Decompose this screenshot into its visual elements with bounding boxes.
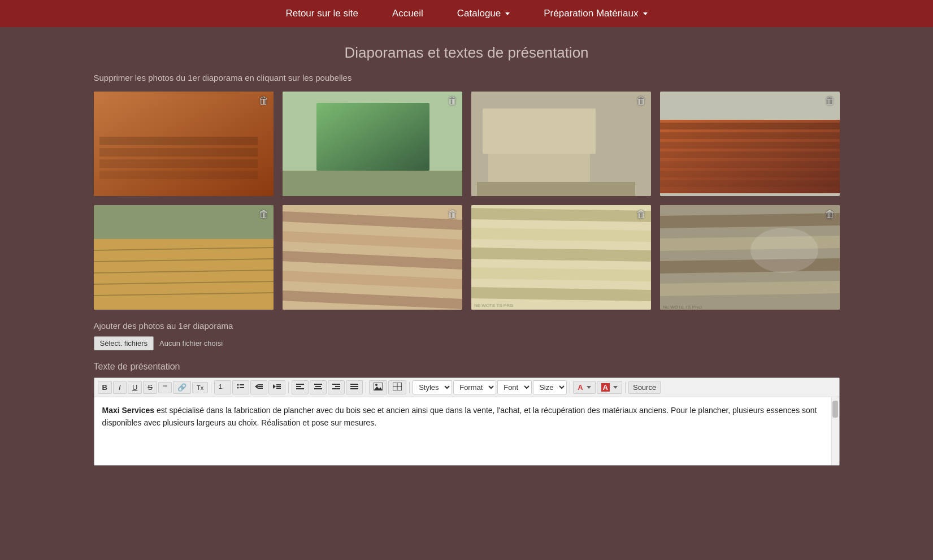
svg-rect-18: [660, 161, 840, 168]
svg-rect-10: [488, 154, 590, 182]
svg-text:NE WOTE TS PRG: NE WOTE TS PRG: [474, 303, 513, 308]
separator-2: [288, 382, 289, 393]
svg-line-29: [283, 216, 462, 225]
svg-marker-53: [255, 384, 258, 389]
font-color-button[interactable]: A: [573, 381, 595, 394]
delete-icon-8[interactable]: 🗑: [825, 209, 835, 220]
svg-rect-65: [315, 386, 321, 387]
delete-icon-3[interactable]: 🗑: [636, 95, 646, 107]
separator-5: [570, 382, 570, 393]
photo-cell-3: 🗑: [471, 92, 651, 196]
photo-cell-5: 🗑: [94, 205, 274, 310]
editor-bold-text: Maxi Services: [102, 406, 155, 415]
indent-decrease-button[interactable]: [250, 380, 267, 394]
nav-accueil[interactable]: Accueil: [392, 8, 423, 19]
unordered-list-button[interactable]: [232, 380, 249, 394]
align-left-button[interactable]: [292, 380, 309, 394]
delete-icon-5[interactable]: 🗑: [259, 209, 269, 220]
nav-catalogue[interactable]: Catalogue: [457, 8, 510, 19]
insert-table-button[interactable]: [388, 380, 406, 394]
photo-image-5: [94, 205, 274, 310]
photo-image-3: [471, 92, 651, 196]
size-select[interactable]: Size: [533, 380, 567, 394]
svg-line-25: [94, 270, 274, 273]
svg-point-74: [375, 384, 377, 386]
svg-rect-6: [316, 103, 429, 171]
svg-marker-75: [374, 387, 383, 390]
delete-icon-2[interactable]: 🗑: [448, 95, 458, 107]
insert-image-button[interactable]: [369, 380, 387, 394]
svg-point-46: [750, 228, 818, 273]
svg-rect-63: [296, 388, 304, 389]
delete-icon-7[interactable]: 🗑: [636, 209, 646, 220]
svg-rect-56: [258, 388, 263, 389]
photo-grid-row2: 🗑 🗑: [94, 205, 840, 310]
svg-rect-7: [283, 171, 462, 196]
align-right-button[interactable]: [328, 380, 345, 394]
align-justify-icon: [350, 383, 358, 390]
svg-rect-21: [94, 205, 274, 310]
photo-cell-1: 🗑: [94, 92, 274, 196]
svg-rect-28: [283, 205, 462, 310]
scroll-thumb[interactable]: [832, 401, 838, 418]
styles-select[interactable]: Styles: [413, 380, 452, 394]
svg-rect-2: [99, 148, 258, 157]
photo-image-2: [283, 92, 462, 196]
ordered-list-button[interactable]: 1.: [214, 380, 231, 394]
italic-button[interactable]: I: [113, 381, 127, 394]
svg-line-27: [94, 293, 274, 296]
svg-marker-57: [273, 384, 276, 389]
quote-button[interactable]: "": [158, 382, 172, 393]
nav-retour[interactable]: Retour sur le site: [285, 8, 358, 19]
catalogue-dropdown-icon: [505, 12, 510, 15]
text-editor: B I U S "" 🔗 Tx 1.: [94, 377, 840, 466]
file-input-row: Sélect. fichiers Aucun fichier choisi: [94, 336, 840, 350]
scrollbar[interactable]: [831, 397, 839, 465]
svg-rect-4: [99, 171, 258, 179]
svg-rect-16: [660, 142, 840, 149]
svg-line-42: [660, 219, 840, 222]
svg-rect-60: [276, 388, 281, 389]
link-button[interactable]: 🔗: [173, 381, 191, 394]
svg-rect-0: [94, 92, 274, 196]
photo-image-1: [94, 92, 274, 196]
indent-increase-icon: [273, 383, 281, 390]
underline-button[interactable]: U: [128, 381, 142, 394]
align-justify-button[interactable]: [346, 380, 363, 394]
align-center-button[interactable]: [310, 380, 327, 394]
svg-rect-9: [483, 108, 596, 154]
svg-line-36: [471, 233, 651, 236]
indent-increase-button[interactable]: [268, 380, 285, 394]
bold-button[interactable]: B: [98, 381, 112, 394]
select-files-button[interactable]: Sélect. fichiers: [94, 336, 154, 350]
delete-icon-6[interactable]: 🗑: [448, 209, 458, 220]
photo-image-6: [283, 205, 462, 310]
photo-image-7: NE WOTE TS PRG: [471, 205, 651, 310]
editor-content[interactable]: Maxi Services est spécialisé dans la fab…: [94, 397, 831, 465]
photo-cell-8: NE WOTE TS PRG 🗑: [660, 205, 840, 310]
format-select[interactable]: Format: [453, 380, 496, 394]
svg-point-49: [237, 384, 239, 386]
bg-color-button[interactable]: A: [597, 381, 622, 394]
source-button[interactable]: Source: [628, 381, 661, 394]
main-navigation: Retour sur le site Accueil Catalogue Pré…: [0, 0, 933, 27]
separator-1: [211, 382, 211, 393]
texte-presentation-label: Texte de présentation: [94, 362, 840, 372]
svg-rect-64: [314, 384, 322, 385]
font-select[interactable]: Font: [497, 380, 532, 394]
svg-line-37: [471, 253, 651, 256]
bg-color-a-icon: A: [601, 383, 610, 392]
clear-format-button[interactable]: Tx: [192, 382, 208, 393]
photo-image-8: NE WOTE TS PRG: [660, 205, 840, 310]
align-right-icon: [332, 383, 340, 390]
bg-color-dropdown-icon: [613, 386, 618, 389]
svg-line-32: [283, 276, 462, 284]
delete-icon-4[interactable]: 🗑: [825, 95, 835, 107]
strikethrough-button[interactable]: S: [143, 381, 157, 394]
indent-decrease-icon: [255, 383, 263, 390]
svg-line-45: [660, 287, 840, 290]
svg-rect-71: [350, 386, 358, 387]
delete-icon-1[interactable]: 🗑: [259, 95, 269, 107]
nav-preparation[interactable]: Préparation Matériaux: [544, 8, 647, 19]
align-center-icon: [314, 383, 322, 390]
